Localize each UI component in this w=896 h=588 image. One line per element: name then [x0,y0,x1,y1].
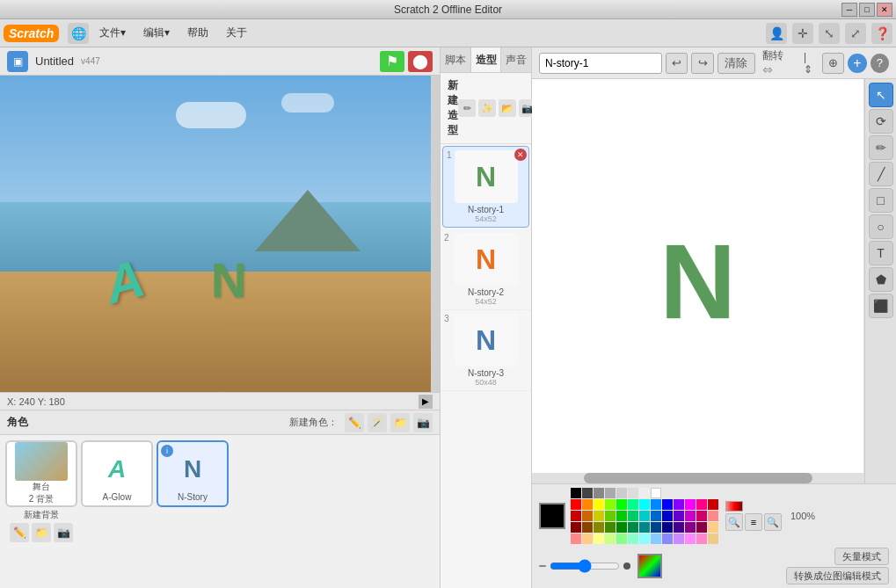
color-r4-2[interactable] [582,534,593,544]
thickness-slider[interactable] [550,561,620,571]
help-button[interactable]: ❓ [871,23,892,44]
color-r2-13[interactable] [708,511,718,521]
canvas-container[interactable]: N [532,79,864,483]
undo-button[interactable]: ↩ [666,53,688,74]
paint-help-button[interactable]: ? [871,54,889,73]
costume-item-3[interactable]: 3 N N-story-3 50x48 [441,310,531,391]
costume-folder-button[interactable]: 📂 [499,99,516,117]
color-r4-10[interactable] [674,534,684,544]
costume-item-1[interactable]: 1 ✕ N N-story-1 54x52 [442,146,529,228]
vector-mode-button[interactable]: 矢量模式 [834,548,889,565]
color-r3-2[interactable] [582,522,593,533]
costume-item-2[interactable]: 2 N N-story-2 54x52 [441,229,531,310]
menu-help[interactable]: 帮助 [180,22,215,44]
char-item-n-story[interactable]: i N N-Story [157,440,229,507]
color-black[interactable] [571,488,581,498]
color-r4-5[interactable] [616,534,627,544]
color-spring[interactable] [628,499,638,510]
color-r4-4[interactable] [605,534,616,544]
color-r2-4[interactable] [605,511,616,521]
color-yellow[interactable] [594,499,604,510]
tool-reshape[interactable]: ⟳ [869,109,893,134]
tab-scripts[interactable]: 脚本 [441,47,471,72]
current-color-swatch[interactable] [539,503,565,529]
color-azure[interactable] [651,499,661,510]
color-r4-8[interactable] [651,534,661,544]
color-r3-1[interactable] [571,522,581,533]
menu-about[interactable]: 关于 [219,22,254,44]
color-r2-12[interactable] [696,511,707,521]
color-r4-12[interactable] [696,534,707,544]
color-darkgray[interactable] [582,488,593,498]
minimize-button[interactable]: ─ [841,3,857,17]
bitmap-mode-button[interactable]: 转换成位图编辑模式 [786,567,889,584]
color-rose[interactable] [696,499,707,510]
new-char-wand-button[interactable]: 🪄 [368,413,387,432]
color-magenta[interactable] [685,499,696,510]
color-r3-8[interactable] [651,522,661,533]
color-r3-9[interactable] [662,522,673,533]
hscroll-thumb[interactable] [584,473,812,483]
color-green[interactable] [616,499,627,510]
color-cyan[interactable] [639,499,650,510]
color-silver[interactable] [628,488,638,498]
stop-button[interactable]: ⬤ [408,51,433,72]
color-r3-13[interactable] [708,522,718,533]
color-r4-1[interactable] [571,534,581,544]
color-gray[interactable] [594,488,604,498]
green-flag-button[interactable]: ⚑ [380,51,404,72]
costume-wand-button[interactable]: ✨ [478,99,496,117]
color-r3-6[interactable] [628,522,638,533]
zoom-out-palette[interactable]: ≡ [745,513,762,531]
add-costume-button[interactable]: + [848,54,866,73]
tab-costumes[interactable]: 造型 [471,47,502,72]
color-r3-3[interactable] [594,522,604,533]
tool-pencil[interactable]: ✏ [869,135,893,160]
set-center-button[interactable]: ⊕ [822,53,844,74]
color-r2-9[interactable] [662,511,673,521]
color-r3-7[interactable] [639,522,650,533]
new-bg-paint[interactable]: ✏️ [10,523,29,542]
redo-button[interactable]: ↪ [691,53,713,74]
color-blue[interactable] [662,499,673,510]
tool-fill[interactable]: ⬟ [869,267,893,292]
tool-text[interactable]: T [869,241,893,265]
gradient-bar[interactable] [725,501,743,512]
color-r3-5[interactable] [616,522,627,533]
grow-button[interactable]: ⤡ [819,23,840,44]
color-lightgray[interactable] [616,488,627,498]
color-r4-3[interactable] [594,534,604,544]
clear-button[interactable]: 清除 [718,53,755,74]
maximize-button[interactable]: □ [859,3,875,17]
shrink-button[interactable]: ⤢ [845,23,866,44]
color-r2-5[interactable] [616,511,627,521]
stage-thumbnail[interactable]: 舞台2 背景 [5,440,77,507]
move-button[interactable]: ✛ [792,23,813,44]
connect-button[interactable]: 👤 [766,23,787,44]
new-bg-label[interactable]: 新建背景 [24,509,59,521]
color-r3-4[interactable] [605,522,616,533]
costume-paint-button[interactable]: ✏ [458,99,476,117]
color-r2-3[interactable] [594,511,604,521]
color-r3-10[interactable] [674,522,684,533]
color-r2-8[interactable] [651,511,661,521]
custom-color-button[interactable] [637,554,662,578]
color-r2-10[interactable] [674,511,684,521]
tool-line[interactable]: ╱ [869,162,893,186]
color-r2-2[interactable] [582,511,593,521]
color-r2-7[interactable] [639,511,650,521]
color-darkred[interactable] [708,499,718,510]
zoom-fit-palette[interactable]: 🔍 [764,513,782,531]
tool-stamp[interactable]: ⬛ [869,294,893,318]
color-r4-13[interactable] [708,534,718,544]
color-r4-7[interactable] [639,534,650,544]
new-char-camera-button[interactable]: 📷 [413,413,433,432]
language-button[interactable]: 🌐 [68,23,89,44]
costume-name-input[interactable] [539,53,662,74]
color-r2-11[interactable] [685,511,696,521]
color-r2-1[interactable] [571,511,581,521]
color-medgray[interactable] [605,488,616,498]
new-bg-folder[interactable]: 📁 [32,523,51,542]
color-r2-6[interactable] [628,511,638,521]
color-white[interactable] [651,488,661,498]
